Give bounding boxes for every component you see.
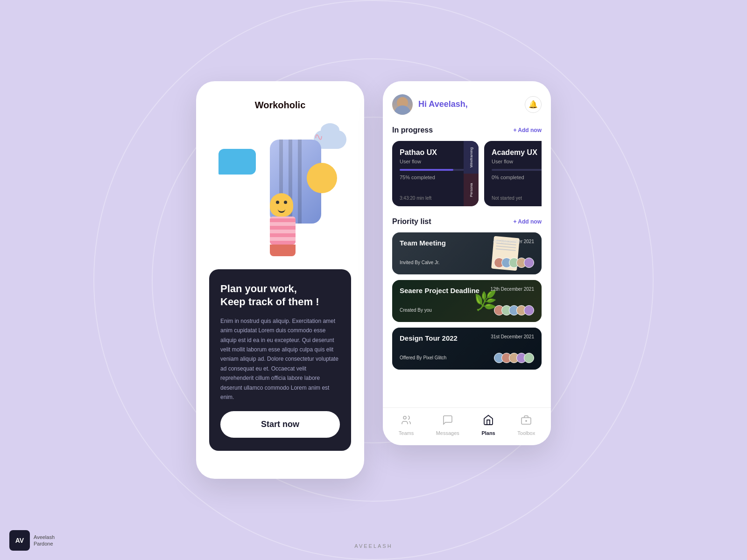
priority-card-meeting[interactable]: Team Meeting 4th December 2021 Invited B… [392, 232, 542, 274]
teams-label: Teams [399, 430, 414, 436]
messages-label: Messages [436, 430, 459, 436]
pathao-percent: 75% completed [400, 175, 471, 180]
onboarding-body: Enim in nostrud quis aliquip. Exercitati… [220, 316, 340, 402]
toolbox-label: Toolbox [517, 430, 535, 436]
academy-title: Academy UX [492, 148, 542, 157]
meeting-date: 4th December 2021 [493, 239, 534, 244]
meeting-header: Team Meeting 4th December 2021 [400, 239, 534, 247]
nav-plans[interactable]: Plans [481, 414, 495, 436]
nav-messages[interactable]: Messages [436, 414, 459, 436]
notification-bell-button[interactable]: 🔔 [525, 96, 542, 113]
priority-card-deadline[interactable]: 🌿 Seaere Project Deadline 12th December … [392, 280, 542, 322]
onboarding-headline: Plan your work, Keep track of them ! [220, 282, 340, 309]
plans-label: Plans [481, 430, 495, 436]
tour-title: Design Tour 2022 [400, 334, 458, 342]
pathao-progress-track [400, 169, 471, 171]
meeting-footer: Invited By Calve Jr. [400, 258, 534, 268]
pathao-subtitle: User flow [400, 159, 471, 164]
academy-time: Not started yet [492, 196, 522, 201]
deadline-footer: Created By you [400, 305, 534, 315]
in-progress-add-button[interactable]: + Add now [513, 127, 542, 133]
illus-sun [307, 163, 337, 193]
progress-card-pathao[interactable]: Pathao UX User flow 75% completed 3:43:2… [392, 141, 479, 206]
meeting-avatars [497, 258, 534, 268]
tour-header: Design Tour 2022 31st December 2021 [400, 334, 534, 342]
brand-initials: AV [9, 530, 30, 551]
start-now-button[interactable]: Start now [220, 411, 340, 438]
academy-percent: 0% completed [492, 175, 542, 180]
in-progress-section-header: In progress + Add now [392, 126, 542, 134]
deadline-date: 12th December 2021 [491, 287, 534, 292]
bottom-label: AVEELASH [354, 543, 392, 549]
in-progress-cards: Pathao UX User flow 75% completed 3:43:2… [392, 141, 542, 206]
pathao-tab-persona: Persona [464, 174, 479, 206]
phone-dashboard: Hi Aveelash, 🔔 In progress + Add now Pat… [383, 81, 551, 445]
pathao-time: 3:43:20 min left [400, 196, 431, 201]
priority-card-tour[interactable]: Design Tour 2022 31st December 2021 Offe… [392, 328, 542, 370]
priority-add-button[interactable]: + Add now [513, 218, 542, 225]
progress-card-academy[interactable]: Academy UX User flow 0% completed Not st… [484, 141, 542, 206]
in-progress-title: In progress [392, 126, 433, 134]
priority-section-header: Priority list + Add now [392, 217, 542, 226]
char-torso [270, 217, 296, 245]
meeting-content: Team Meeting 4th December 2021 Invited B… [392, 232, 542, 274]
pathao-tabs: Wireframing Persona [464, 141, 479, 206]
illus-chat-bubble [218, 149, 256, 175]
deadline-avatar-5 [524, 305, 534, 315]
bottom-branding: AV Aveelash Pardone [9, 530, 55, 551]
dashboard-content: Hi Aveelash, 🔔 In progress + Add now Pat… [383, 81, 551, 407]
tour-date: 31st December 2021 [491, 334, 534, 339]
deadline-title: Seaere Project Deadline [400, 287, 479, 294]
pathao-title: Pathao UX [400, 148, 471, 157]
phone-onboarding: Workoholic ∿ [196, 81, 364, 479]
pathao-tab-wireframing: Wireframing [464, 141, 479, 174]
app-logo: Workoholic [255, 100, 306, 111]
academy-subtitle: User flow [492, 159, 542, 164]
svg-point-0 [403, 416, 406, 419]
onboarding-dark-card: Plan your work, Keep track of them ! Eni… [209, 269, 351, 451]
illus-character [270, 193, 296, 256]
deadline-content: Seaere Project Deadline 12th December 20… [392, 280, 542, 322]
toolbox-icon [521, 414, 532, 428]
priority-title: Priority list [392, 217, 431, 226]
char-head [270, 193, 293, 217]
tour-avatar-5 [524, 353, 534, 363]
plans-icon [483, 414, 494, 428]
academy-progress-track [492, 169, 542, 171]
meeting-title: Team Meeting [400, 239, 446, 247]
deadline-avatars [497, 305, 534, 315]
tour-footer: Offered By Pixel Glitch [400, 353, 534, 363]
messages-icon [442, 414, 453, 428]
illustration: ∿ [209, 126, 351, 256]
tour-avatars [497, 353, 534, 363]
greeting-text: Hi Aveelash, [418, 99, 468, 109]
nav-teams[interactable]: Teams [399, 414, 414, 436]
dashboard-header: Hi Aveelash, 🔔 [392, 94, 542, 115]
avatar [392, 94, 413, 115]
user-info: Hi Aveelash, [392, 94, 468, 115]
meeting-creator: Invited By Calve Jr. [400, 260, 440, 265]
char-base [270, 245, 296, 256]
brand-name: Aveelash Pardone [34, 534, 55, 547]
pathao-progress-fill [400, 169, 453, 171]
meeting-avatar-5 [524, 258, 534, 268]
deadline-creator: Created By you [400, 308, 432, 313]
phones-container: Workoholic ∿ [196, 81, 551, 479]
nav-toolbox[interactable]: Toolbox [517, 414, 535, 436]
bottom-nav: Teams Messages Plans [383, 407, 551, 445]
teams-icon [401, 414, 412, 428]
tour-creator: Offered By Pixel Glitch [400, 355, 446, 360]
deadline-header: Seaere Project Deadline 12th December 20… [400, 287, 534, 294]
tour-content: Design Tour 2022 31st December 2021 Offe… [392, 328, 542, 370]
